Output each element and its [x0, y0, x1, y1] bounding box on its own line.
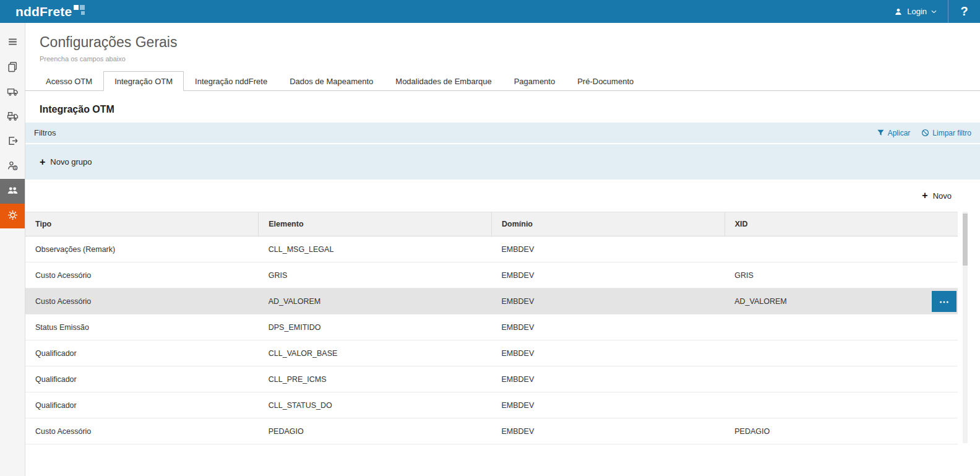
- cell-tipo: Custo Acessório: [25, 262, 259, 288]
- cell-dominio: EMBDEV: [492, 288, 725, 314]
- user-icon: [894, 7, 903, 16]
- cell-xid: [724, 366, 958, 392]
- cell-elemento: CLL_PRE_ICMS: [259, 366, 492, 392]
- tabs: Acesso OTMIntegração OTMIntegração nddFr…: [25, 71, 980, 91]
- cell-tipo: Custo Acessório: [25, 288, 259, 314]
- svg-text:$: $: [14, 165, 16, 169]
- help-label: ?: [960, 4, 968, 19]
- person-money-icon: $: [7, 160, 19, 174]
- table-row[interactable]: Status EmissãoDPS_EMITIDOEMBDEV: [25, 314, 958, 340]
- sidebar-item-documents[interactable]: [0, 55, 25, 80]
- cell-dominio: EMBDEV: [492, 366, 725, 392]
- table-row[interactable]: QualificadorCLL_VALOR_BASEEMBDEV: [25, 340, 958, 366]
- table-toolbar: + Novo: [25, 180, 980, 212]
- filters-body: + Novo grupo: [25, 144, 980, 180]
- filters-actions: Aplicar Limpar filtro: [877, 129, 971, 137]
- column-header-elemento[interactable]: Elemento: [259, 212, 492, 236]
- cell-xid: [724, 340, 958, 366]
- clear-filter-button[interactable]: Limpar filtro: [921, 129, 971, 137]
- cell-xid: [724, 392, 958, 418]
- row-actions-button[interactable]: [932, 291, 956, 312]
- column-header-xid[interactable]: XID: [724, 212, 958, 236]
- brand-text: nddFrete: [15, 4, 72, 19]
- plus-icon: +: [40, 157, 45, 167]
- filters-panel: Filtros Aplicar Limpar filtro + Novo gru…: [25, 123, 980, 180]
- cell-tipo: Qualificador: [25, 392, 259, 418]
- brand-squares-icon: [74, 5, 85, 15]
- funnel-icon: [877, 129, 885, 137]
- new-button[interactable]: + Novo: [922, 191, 952, 201]
- table-header-row: Tipo Elemento Domínio XID: [25, 212, 958, 236]
- table-row[interactable]: Custo AcessórioAD_VALOREMEMBDEVAD_VALORE…: [25, 288, 958, 314]
- cell-dominio: EMBDEV: [492, 314, 725, 340]
- column-header-dominio[interactable]: Domínio: [492, 212, 725, 236]
- sidebar-item-driver-payment[interactable]: $: [0, 154, 25, 179]
- truck-icon: [7, 85, 19, 100]
- new-group-button[interactable]: + Novo grupo: [40, 157, 92, 167]
- cell-xid: AD_VALOREM: [724, 288, 958, 314]
- tab-pagamento[interactable]: Pagamento: [503, 71, 567, 91]
- topbar: nddFrete Login ?: [0, 0, 980, 23]
- cell-dominio: EMBDEV: [492, 262, 725, 288]
- table-row[interactable]: QualificadorCLL_PRE_ICMSEMBDEV: [25, 366, 958, 392]
- sidebar-item-menu[interactable]: [0, 30, 25, 55]
- truck-box-icon: [7, 110, 19, 124]
- cell-xid: [724, 314, 958, 340]
- chevron-down-icon: [931, 10, 937, 14]
- cell-dominio: EMBDEV: [492, 340, 725, 366]
- gear-icon: [7, 209, 19, 223]
- help-button[interactable]: ?: [948, 0, 980, 23]
- brand-logo: nddFrete: [15, 4, 85, 19]
- main-content: Configurações Gerais Preencha os campos …: [25, 23, 980, 476]
- page-subtitle: Preencha os campos abaixo: [40, 55, 980, 63]
- sidebar-item-freight[interactable]: [0, 105, 25, 129]
- tab-integra-o-nddfrete[interactable]: Integração nddFrete: [184, 71, 278, 91]
- table-row[interactable]: QualificadorCLL_STATUS_DOEMBDEV: [25, 392, 958, 418]
- clear-filter-label: Limpar filtro: [932, 129, 971, 137]
- cell-tipo: Status Emissão: [25, 314, 259, 340]
- copy-icon: [7, 61, 19, 75]
- new-label: Novo: [933, 191, 952, 201]
- slash-circle-icon: [921, 129, 929, 137]
- ellipsis-icon: [939, 296, 949, 306]
- tab-integra-o-otm[interactable]: Integração OTM: [103, 71, 184, 91]
- tab-modalidades-de-embarque[interactable]: Modalidades de Embarque: [384, 71, 502, 91]
- sidebar-item-users[interactable]: [0, 179, 25, 204]
- cell-tipo: Observações (Remark): [25, 236, 259, 262]
- table-body: Observações (Remark)CLL_MSG_LEGALEMBDEVC…: [25, 236, 958, 444]
- menu-icon: [7, 36, 19, 50]
- vertical-scrollbar[interactable]: [963, 212, 968, 443]
- sidebar-item-settings[interactable]: [0, 204, 25, 228]
- filters-header: Filtros Aplicar Limpar filtro: [25, 123, 980, 144]
- export-icon: [7, 135, 19, 149]
- cell-xid: [724, 236, 958, 262]
- table-row[interactable]: Custo AcessórioPEDAGIOEMBDEVPEDAGIO: [25, 418, 958, 444]
- cell-elemento: CLL_MSG_LEGAL: [259, 236, 492, 262]
- cell-elemento: CLL_VALOR_BASE: [259, 340, 492, 366]
- cell-dominio: EMBDEV: [492, 392, 725, 418]
- login-label: Login: [907, 7, 927, 16]
- login-button[interactable]: Login: [883, 0, 948, 23]
- cell-elemento: CLL_STATUS_DO: [259, 392, 492, 418]
- new-group-label: Novo grupo: [50, 157, 92, 167]
- table-row[interactable]: Observações (Remark)CLL_MSG_LEGALEMBDEV: [25, 236, 958, 262]
- tab-dados-de-mapeamento[interactable]: Dados de Mapeamento: [278, 71, 384, 91]
- cell-xid: PEDAGIO: [724, 418, 958, 444]
- column-header-tipo[interactable]: Tipo: [25, 212, 259, 236]
- filters-title: Filtros: [34, 128, 56, 137]
- cell-elemento: GRIS: [259, 262, 492, 288]
- tab-acesso-otm[interactable]: Acesso OTM: [35, 71, 103, 91]
- cell-tipo: Qualificador: [25, 340, 259, 366]
- table-row[interactable]: Custo AcessórioGRISEMBDEVGRIS: [25, 262, 958, 288]
- apply-filter-button[interactable]: Aplicar: [877, 129, 911, 137]
- cell-elemento: PEDAGIO: [259, 418, 492, 444]
- sidebar-item-export[interactable]: [0, 129, 25, 154]
- cell-tipo: Custo Acessório: [25, 418, 259, 444]
- plus-icon: +: [922, 191, 927, 201]
- sidebar: $: [0, 23, 25, 476]
- sidebar-item-truck[interactable]: [0, 80, 25, 105]
- table-wrap: Tipo Elemento Domínio XID Observações (R…: [25, 212, 958, 444]
- tab-pr-documento[interactable]: Pré-Documento: [566, 71, 645, 91]
- cell-dominio: EMBDEV: [492, 418, 725, 444]
- scrollbar-thumb[interactable]: [963, 214, 968, 266]
